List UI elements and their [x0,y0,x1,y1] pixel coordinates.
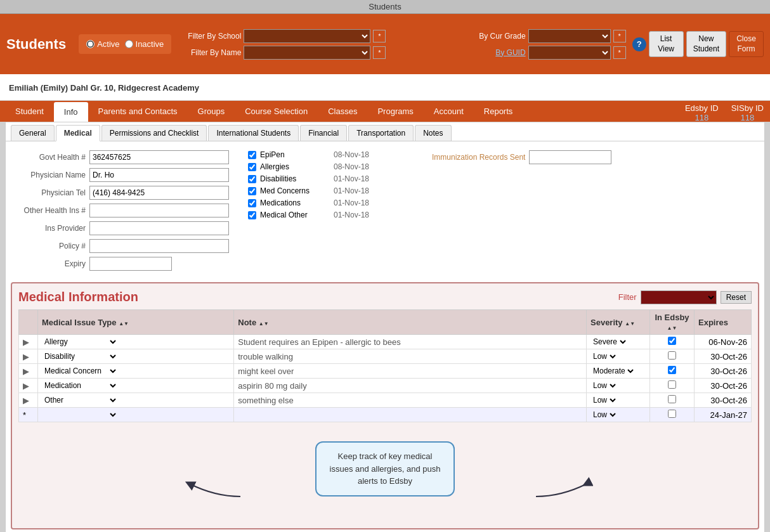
inedsby-checkbox[interactable] [668,410,676,418]
severity-select[interactable]: Moderate [591,366,636,376]
inedsby-cell[interactable] [650,349,695,364]
filter-school-select[interactable] [244,29,370,43]
other-health-ins-input[interactable] [89,204,229,217]
subtab-general[interactable]: General [11,125,55,141]
grade-btn[interactable]: * [613,30,626,42]
row-arrow: ▶ [23,367,29,376]
severity-cell[interactable]: Severe [587,335,650,349]
type-select[interactable]: Medical Concern [42,366,118,376]
inedsby-checkbox[interactable] [668,337,676,345]
govt-health-input[interactable] [89,150,229,164]
severity-select[interactable]: Severe [591,337,628,347]
guid-select[interactable] [528,46,611,60]
inactive-radio-label[interactable]: Inactive [125,39,164,49]
severity-select[interactable]: Low [591,351,618,361]
help-button[interactable]: ? [632,37,646,51]
new-student-button[interactable]: New Student [686,31,726,57]
inedsby-checkbox[interactable] [668,380,676,389]
inedsby-checkbox[interactable] [668,366,676,374]
subtab-permissions[interactable]: Permissions and Checklist [101,125,207,141]
inedsby-cell[interactable] [650,393,695,408]
tab-programs[interactable]: Programs [367,101,423,122]
medical-form: Govt Health # Physician Name Physician T… [6,141,764,280]
disabilities-checkbox[interactable] [248,175,256,183]
tab-info[interactable]: Info [54,102,88,122]
policy-input[interactable] [89,239,229,253]
med-concerns-checkbox[interactable] [248,187,256,195]
allergies-checkbox[interactable] [248,163,256,171]
tab-groups[interactable]: Groups [188,101,235,122]
inedsby-cell[interactable] [650,364,695,379]
severity-select[interactable]: Low [591,410,618,420]
type-cell[interactable]: Medication [38,379,234,393]
severity-cell[interactable]: Low [587,379,650,393]
physician-tel-input[interactable] [89,186,229,200]
row-arrow-cell: * [19,408,38,422]
subtab-notes[interactable]: Notes [415,125,451,141]
inedsby-cell[interactable] [650,335,695,349]
type-select[interactable]: Medication [42,380,118,391]
type-cell[interactable]: Allergy [38,335,234,349]
active-radio-label[interactable]: Active [86,39,119,49]
immunization-input[interactable] [529,150,611,164]
filter-name-btn[interactable]: * [373,46,386,59]
epipen-label: EpiPen [260,150,330,159]
type-cell[interactable]: Other [38,393,234,408]
inedsby-cell[interactable] [650,379,695,393]
medications-checkbox[interactable] [248,199,256,207]
filter-school-row: Filter By School * [178,29,468,43]
medical-other-checkbox[interactable] [248,211,256,219]
expiry-input[interactable] [89,257,172,271]
table-row: *Low24-Jan-27 [19,408,752,422]
severity-select[interactable]: Low [591,380,618,391]
sort-inedsby[interactable]: ▲▼ [667,326,677,331]
tab-student[interactable]: Student [5,101,54,122]
severity-cell[interactable]: Low [587,349,650,364]
type-select[interactable]: Disability [42,351,118,361]
filter-name-select[interactable] [244,46,370,60]
reset-button[interactable]: Reset [721,291,752,304]
sort-type[interactable]: ▲▼ [119,321,129,327]
list-view-button[interactable]: List View [649,31,684,57]
sort-severity[interactable]: ▲▼ [625,321,635,327]
filter-dropdown[interactable] [641,290,717,304]
severity-select[interactable]: Low [591,395,618,405]
inactive-radio[interactable] [125,40,133,48]
subtab-transportation[interactable]: Transportation [348,125,414,141]
subtab-financial[interactable]: Financial [300,125,347,141]
type-select[interactable]: Allergy [42,337,118,347]
type-cell[interactable]: Medical Concern [38,364,234,379]
filter-name-row: Filter By Name * [178,46,468,60]
severity-cell[interactable]: Low [587,393,650,408]
active-radio[interactable] [86,40,95,48]
tab-parents[interactable]: Parents and Contacts [88,101,188,122]
med-concerns-row: Med Concerns 01-Nov-18 [248,186,413,195]
row-arrow-cell: ▶ [19,349,38,364]
filter-school-btn[interactable]: * [373,30,386,42]
severity-cell[interactable]: Moderate [587,364,650,379]
epipen-checkbox[interactable] [248,151,256,159]
new-row-star: * [23,410,26,420]
type-select[interactable] [42,410,118,420]
tab-course[interactable]: Course Selection [235,101,318,122]
guid-btn[interactable]: * [613,46,626,59]
subtab-medical[interactable]: Medical [56,125,100,141]
tab-account[interactable]: Account [424,101,474,122]
type-cell[interactable] [38,408,234,422]
tab-reports[interactable]: Reports [474,101,523,122]
severity-cell[interactable]: Low [587,408,650,422]
sort-note[interactable]: ▲▼ [259,321,269,327]
ins-provider-input[interactable] [89,221,229,235]
inedsby-checkbox[interactable] [668,351,676,360]
expires-cell: 24-Jan-27 [695,408,752,422]
type-cell[interactable]: Disability [38,349,234,364]
close-form-button[interactable]: Close Form [729,31,764,57]
inedsby-cell[interactable] [650,408,695,422]
subtab-international[interactable]: International Students [208,125,299,141]
tab-classes[interactable]: Classes [318,101,367,122]
physician-name-input[interactable] [89,168,229,182]
guid-label[interactable]: By GUID [475,48,526,57]
inedsby-checkbox[interactable] [668,395,676,403]
grade-select[interactable] [528,29,611,43]
type-select[interactable]: Other [42,395,118,405]
